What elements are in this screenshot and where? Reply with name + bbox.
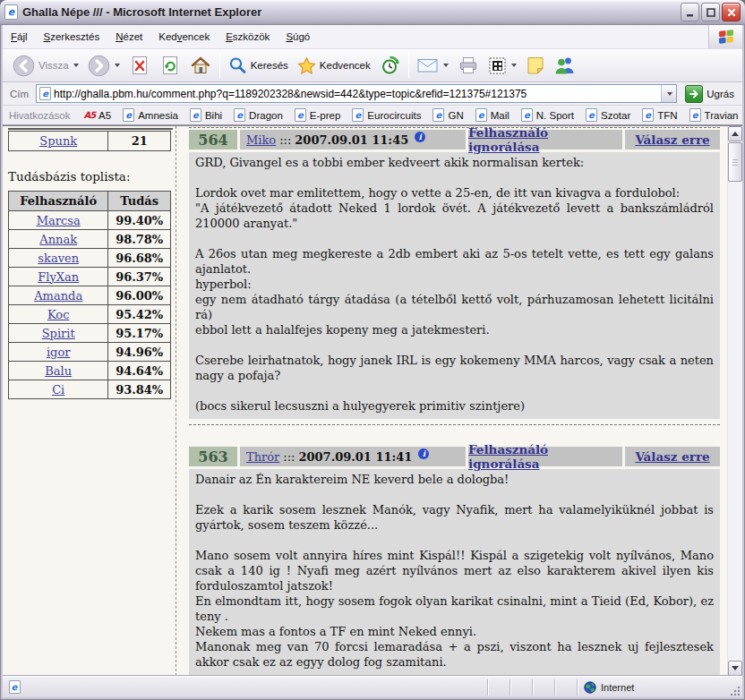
forward-button[interactable] [83,55,124,77]
user-link[interactable]: Annak [39,233,77,246]
back-icon [13,55,35,77]
browser-window: e Ghalla Népe /// - Microsoft Internet E… [0,0,745,700]
menu-item-eszkozok[interactable]: Eszközök [218,25,278,48]
menu-item-sugo[interactable]: Súgó [278,25,318,48]
internet-globe-icon [584,681,596,694]
refresh-button[interactable] [155,55,185,76]
close-button[interactable] [722,3,741,21]
edit-dropdown-icon[interactable] [511,64,517,67]
print-button[interactable] [453,55,484,76]
link-gn[interactable]: eGN [432,108,463,122]
vertical-scrollbar[interactable] [727,126,742,676]
scrollbar-track[interactable] [728,141,742,661]
scrollbar-up-button[interactable] [728,126,742,141]
forward-dropdown-icon[interactable] [115,64,120,67]
user-link[interactable]: Amanda [34,289,82,303]
ie-icon: e [123,108,134,122]
address-label: Cím [7,89,31,99]
link-e-prep[interactable]: eE-prep [295,108,341,122]
resize-grip[interactable] [727,677,742,697]
history-button[interactable] [375,55,405,76]
toplist-value-cell: 94.64% [108,362,171,380]
author-link[interactable]: Miko [246,133,276,147]
user-link[interactable]: skaven [38,252,79,265]
user-link[interactable]: Koc [47,308,69,321]
back-button[interactable]: Vissza [8,55,83,77]
post-body-line: Cserebe leirhatnatok, hogy janek IRL is … [195,353,714,383]
maximize-button[interactable] [701,3,720,21]
user-link[interactable]: Spunk [39,134,77,148]
author-date-separator: ::: [279,133,291,147]
link-eurocircuits[interactable]: eEurocircuits [352,108,421,122]
post-body-line: Manonak meg van 70 forcsi lemaradása + a… [195,639,714,670]
minimize-button[interactable] [681,3,699,21]
mail-button[interactable] [413,57,453,73]
messenger-icon [554,55,576,75]
link-n-sport[interactable]: eN. Sport [521,108,574,122]
scrollbar-thumb[interactable] [728,142,742,182]
reply-link[interactable]: Válasz erre [635,449,709,464]
menu-item-szerkesztes[interactable]: Szerkesztés [36,25,108,48]
messenger-button[interactable] [550,55,580,75]
edit-button[interactable] [484,56,521,75]
author-date-separator: ::: [283,450,295,464]
user-link[interactable]: Marcsa [37,214,81,227]
mail-dropdown-icon[interactable] [443,64,449,67]
go-button[interactable]: Ugrás [681,85,738,103]
scrollbar-down-button[interactable] [728,661,742,676]
toplist-row: Balu94.64% [9,362,171,380]
menu-item-nezet[interactable]: Nézet [107,25,150,48]
favorites-button[interactable]: Kedvencek [293,56,375,75]
scroll-down-icon [732,666,739,670]
ie-page-icon: e [4,4,18,20]
post-body-line [195,383,714,398]
toplist-user-cell: Marcsa [9,211,108,230]
user-link[interactable]: Balu [45,364,72,378]
link-bihi[interactable]: eBihi [190,108,222,122]
value-cell: 21 [108,132,171,151]
notes-button[interactable] [521,55,550,75]
link-szotar[interactable]: eSzotar [586,108,630,122]
post-header: 564Miko ::: 2007.09.01 11:45iFelhasználó… [189,130,720,149]
ie-icon: e [689,108,701,122]
user-link[interactable]: Ci [52,383,64,397]
ignore-user-link[interactable]: Felhasználó ignorálása [468,126,622,154]
favorites-label: Kedvencek [320,60,371,71]
zone-label: Internet [601,682,634,693]
info-icon[interactable]: i [418,448,429,459]
menu-item-fajl[interactable]: Fájl [3,25,36,48]
search-button[interactable]: Keresés [224,56,293,75]
menu-item-kedvencek[interactable]: Kedvencek [150,25,218,48]
stop-icon [129,55,150,76]
stop-button[interactable] [124,55,155,76]
author-link[interactable]: Thrór [246,450,279,464]
link-label: Bihi [205,110,222,121]
column-header-value: Tudás [108,192,171,211]
link-a5[interactable]: A5A5 [83,110,111,121]
toplist-row: Spirit95.17% [9,324,171,343]
home-button[interactable] [185,55,216,76]
link-tfn[interactable]: eTFN [642,108,677,122]
user-link[interactable]: igor [47,346,71,359]
address-dropdown-button[interactable] [661,85,676,102]
post-body-line [195,670,714,676]
link-amnesia[interactable]: eAmnesia [123,108,178,122]
link-label: A5 [98,110,111,121]
user-link[interactable]: Spirit [42,327,75,340]
link-label: Szotar [601,110,630,121]
reply-cell: Válasz erre [625,447,720,466]
toplist-row: FlyXan96.37% [9,268,171,286]
link-dragon[interactable]: eDragon [234,108,283,122]
info-icon[interactable]: i [415,132,425,142]
address-input[interactable] [51,88,661,100]
post-author-cell: Thrór ::: 2007.09.01 11:41i [240,447,466,466]
link-travian[interactable]: eTravian [689,108,739,122]
reply-link[interactable]: Válasz erre [635,132,709,147]
ignore-user-link[interactable]: Felhasználó ignorálása [468,442,622,471]
toolbar: Vissza [3,49,742,82]
user-link[interactable]: FlyXan [38,270,79,284]
link-label: Eurocircuits [367,110,421,121]
back-dropdown-icon[interactable] [73,64,79,67]
post-header: 563Thrór ::: 2007.09.01 11:41iFelhasznál… [189,447,720,466]
link-mail[interactable]: eMail [475,108,510,122]
